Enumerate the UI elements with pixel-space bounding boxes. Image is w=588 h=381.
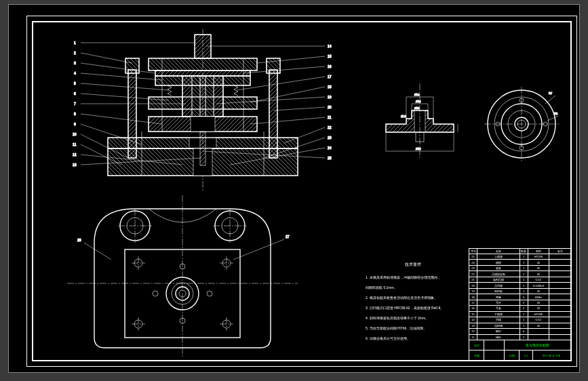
- designed-by: [484, 340, 505, 350]
- technical-requirements: 技术要求 1. 本模具采用标准模架，冲裁间隙在合理范围内， 间隙双面取 0.1m…: [366, 256, 460, 346]
- bom-row: 17导柱220: [469, 300, 570, 306]
- bom-header: 序号 名称 数量 材料 备注: [469, 249, 570, 254]
- svg-rect-12: [205, 76, 214, 117]
- svg-text:Ø34: Ø34: [414, 93, 420, 96]
- svg-text:20: 20: [328, 105, 332, 109]
- scale-value: 1:1: [520, 350, 533, 360]
- balloons-left: 1 2 3 4 5 6 7 8 9 10 11 12 13: [73, 41, 77, 167]
- bom-rows: 25上模座1HT200 24模柄145 23垫板145 22凸模固定板145 2…: [469, 254, 570, 340]
- svg-rect-27: [200, 132, 205, 165]
- bom-row: 23垫板145: [469, 266, 570, 271]
- svg-rect-5: [155, 71, 250, 76]
- svg-rect-15: [149, 97, 182, 109]
- svg-line-121: [547, 116, 558, 121]
- assembly-section-view: 1 2 3 4 5 6 7 8 9 10 11 12 13 14: [60, 29, 345, 192]
- svg-text:10: 10: [73, 132, 77, 136]
- svg-text:Ø20: Ø20: [414, 106, 420, 110]
- svg-text:6: 6: [74, 92, 76, 96]
- svg-line-57: [250, 87, 325, 102]
- svg-line-61: [284, 127, 325, 143]
- svg-text:17: 17: [328, 75, 332, 79]
- svg-line-154: [84, 243, 111, 260]
- bom-row: 12螺钉4: [469, 329, 570, 334]
- svg-text:13: 13: [73, 163, 77, 167]
- svg-rect-1: [195, 35, 211, 58]
- svg-text:18: 18: [328, 85, 332, 89]
- scale-label: 比例: [505, 350, 520, 360]
- svg-rect-13: [214, 76, 223, 117]
- svg-text:27: 27: [286, 235, 290, 239]
- lower-die-plan-view: 26 27: [67, 195, 298, 358]
- bom-row: 22凸模固定板145: [469, 271, 570, 277]
- designed-label: 设计: [469, 340, 484, 350]
- svg-text:11: 11: [73, 142, 77, 146]
- title-block: 序号 名称 数量 材料 备注 25上模座1HT200 24模柄145 23垫板1…: [469, 248, 570, 360]
- svg-line-59: [273, 107, 325, 111]
- sheet-info: 第 1 张 共 1 张: [533, 350, 570, 360]
- svg-text:24: 24: [328, 146, 332, 150]
- svg-text:16: 16: [328, 64, 332, 68]
- bom-row: 18弹簧465Mn: [469, 294, 570, 300]
- tech-req-line: 2. 模具装配后检查各活动部位灵活无卡滞现象。: [366, 296, 460, 301]
- bom-row: 19卸料板145: [469, 289, 570, 294]
- bom-row: 20凸凹模1Cr12MoV: [469, 283, 570, 288]
- svg-text:4: 4: [74, 71, 76, 75]
- svg-rect-32: [125, 58, 139, 73]
- checked-label: 审核: [469, 350, 484, 360]
- bom-row: 13挡料销145: [469, 323, 570, 329]
- svg-text:3: 3: [74, 61, 76, 65]
- cad-canvas[interactable]: 1 2 3 4 5 6 7 8 9 10 11 12 13 14: [8, 4, 580, 373]
- svg-text:Ø24: Ø24: [416, 100, 421, 103]
- svg-text:26: 26: [77, 238, 81, 242]
- svg-text:15.5: 15.5: [401, 115, 407, 118]
- spring-right-icon: [234, 85, 238, 96]
- balloons-right: 14 15 16 17 18 19 20 21 22 23 24 25: [328, 44, 332, 160]
- svg-text:14: 14: [328, 44, 332, 48]
- svg-text:25: 25: [328, 156, 332, 160]
- svg-line-156: [233, 239, 284, 260]
- tech-req-title: 技术要求: [366, 262, 460, 268]
- svg-text:1: 1: [74, 41, 76, 45]
- bom-row: 21落料凸模1Cr12: [469, 277, 570, 283]
- svg-text:8: 8: [74, 112, 76, 116]
- tech-req-line: 5. 导柱导套配合间隙 H7/h6，注油润滑。: [366, 326, 460, 332]
- tech-req-line: 1. 本模具采用标准模架，冲裁间隙在合理范围内，: [366, 275, 460, 281]
- svg-rect-28: [128, 70, 136, 158]
- svg-line-41: [81, 53, 132, 63]
- svg-text:R3: R3: [554, 112, 558, 115]
- bom-row: 25上模座1HT200: [469, 254, 570, 260]
- tech-req-line: 6. 试模合格后方可交付使用。: [366, 336, 460, 342]
- svg-text:5: 5: [74, 81, 76, 85]
- svg-line-42: [81, 63, 155, 73]
- svg-line-43: [81, 73, 162, 80]
- svg-point-151: [207, 291, 212, 296]
- part-plan-view: R7 R3: [481, 83, 562, 165]
- svg-text:Ø50: Ø50: [416, 147, 421, 151]
- svg-text:R7: R7: [549, 92, 553, 95]
- svg-text:12: 12: [73, 153, 77, 157]
- svg-rect-9: [182, 76, 192, 117]
- drawing-title: 复合模具装配图: [505, 340, 570, 350]
- svg-text:7: 7: [74, 102, 76, 106]
- bom-row: 14凹模1Cr12: [469, 317, 570, 323]
- bom-row: 11销钉2: [469, 335, 570, 340]
- svg-point-150: [153, 291, 158, 296]
- svg-line-60: [250, 117, 325, 124]
- svg-text:2: 2: [74, 51, 76, 55]
- drawing-sheet: 1 2 3 4 5 6 7 8 9 10 11 12 13 14: [33, 22, 570, 360]
- bom-row: 24模柄145: [469, 260, 570, 265]
- part-section-view: Ø24 Ø34 Ø20 Ø50 15.5: [372, 83, 467, 165]
- tech-req-line: 间隙双面取 0.1mm。: [366, 285, 460, 291]
- svg-text:23: 23: [328, 136, 332, 140]
- tech-req-line: 3. 凸凹模刃口硬度 HRC58-62，表面粗糙度 Ra0.8。: [366, 306, 460, 311]
- svg-rect-10: [192, 76, 200, 117]
- svg-rect-3: [149, 58, 257, 71]
- svg-line-119: [545, 96, 555, 104]
- svg-rect-30: [269, 70, 277, 158]
- title-block-footer: 设计 复合模具装配图 审核 比例 1:1 第 1 张 共 1 张: [469, 340, 570, 360]
- svg-rect-21: [108, 138, 189, 148]
- tech-req-line: 4. 卸料弹簧安装后预压缩量不小于 2mm。: [366, 316, 460, 321]
- spring-left-icon: [168, 85, 172, 96]
- svg-text:15: 15: [328, 54, 332, 58]
- bom-row: 16导套220: [469, 306, 570, 311]
